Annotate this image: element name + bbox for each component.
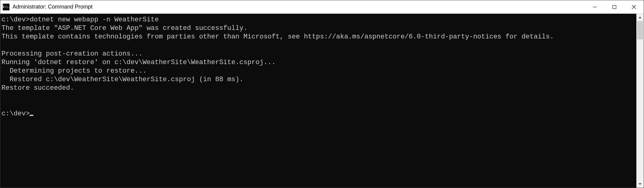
svg-marker-4 bbox=[639, 16, 642, 18]
output-line: This template contains technologies from… bbox=[2, 33, 554, 41]
close-icon bbox=[632, 5, 636, 9]
window-controls bbox=[585, 0, 644, 13]
output-line: Processing post-creation actions... bbox=[2, 50, 143, 58]
cursor bbox=[30, 115, 33, 116]
output-line: Determining projects to restore... bbox=[2, 67, 147, 75]
scroll-up-button[interactable] bbox=[636, 14, 644, 21]
output-line: Restored c:\dev\WeatherSite\WeatherSite.… bbox=[2, 76, 243, 83]
scrollbar-thumb[interactable] bbox=[637, 21, 643, 39]
scrollbar-track[interactable] bbox=[636, 21, 644, 180]
minimize-button[interactable] bbox=[585, 0, 605, 13]
window-title: Administrator: Command Prompt bbox=[13, 4, 585, 10]
command-text: dotnet new webapp -n WeatherSite bbox=[30, 16, 158, 24]
svg-marker-5 bbox=[639, 183, 642, 185]
svg-rect-1 bbox=[613, 5, 616, 9]
prompt: c:\dev> bbox=[2, 16, 30, 24]
chevron-up-icon bbox=[639, 16, 642, 18]
output-line: Running 'dotnet restore' on c:\dev\Weath… bbox=[2, 59, 276, 66]
output-line: The template "ASP.NET Core Web App" was … bbox=[2, 24, 247, 32]
command-prompt-window: C:\. Administrator: Command Prompt c:\de… bbox=[0, 0, 644, 188]
console-output[interactable]: c:\dev>dotnet new webapp -n WeatherSite … bbox=[0, 14, 636, 188]
minimize-icon bbox=[593, 5, 597, 9]
client-area: c:\dev>dotnet new webapp -n WeatherSite … bbox=[0, 14, 644, 188]
maximize-button[interactable] bbox=[605, 0, 624, 13]
close-button[interactable] bbox=[624, 0, 644, 13]
chevron-down-icon bbox=[639, 183, 642, 185]
output-line: Restore succeeded. bbox=[2, 84, 74, 92]
maximize-icon bbox=[612, 5, 617, 9]
scroll-down-button[interactable] bbox=[636, 180, 644, 188]
vertical-scrollbar[interactable] bbox=[636, 14, 644, 188]
titlebar[interactable]: C:\. Administrator: Command Prompt bbox=[0, 0, 644, 14]
cmd-icon: C:\. bbox=[3, 4, 9, 10]
prompt: c:\dev> bbox=[2, 110, 30, 118]
